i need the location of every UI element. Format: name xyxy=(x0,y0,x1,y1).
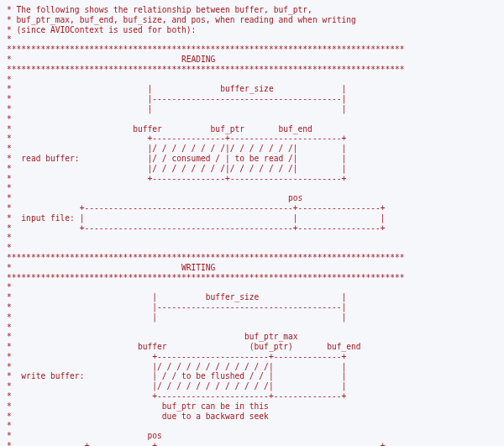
code-comment-block: * The following shows the relationship b… xyxy=(0,0,504,446)
reading-lines: ****************************************… xyxy=(7,45,405,252)
writing-lines: ****************************************… xyxy=(7,253,405,446)
intro-lines: * The following shows the relationship b… xyxy=(7,5,356,44)
